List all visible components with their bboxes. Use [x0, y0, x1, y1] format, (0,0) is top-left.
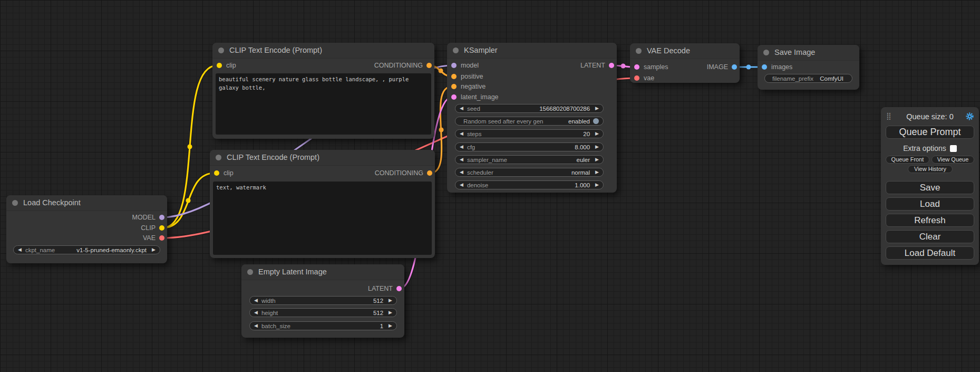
collapse-dot-icon[interactable] — [218, 47, 224, 53]
node-vae-decode[interactable]: VAE Decode samples IMAGE vae — [630, 43, 740, 83]
node-clip-text-encode-negative[interactable]: CLIP Text Encode (Prompt) clip CONDITION… — [210, 150, 435, 258]
node-title-bar[interactable]: Empty Latent Image — [241, 264, 404, 280]
conditioning-output-port[interactable] — [426, 63, 432, 68]
arrow-right-icon[interactable]: ▶ — [389, 321, 392, 330]
filename-prefix-widget[interactable]: filename_prefix ComfyUI — [764, 74, 852, 83]
view-queue-button[interactable]: View Queue — [932, 156, 974, 164]
positive-prompt-textarea[interactable]: beautiful scenery nature glass bottle la… — [216, 73, 431, 135]
arrow-left-icon[interactable]: ◀ — [460, 168, 463, 177]
denoise-widget[interactable]: ◀ denoise 1.000 ▶ — [455, 180, 604, 189]
node-title: VAE Decode — [647, 46, 690, 55]
clear-button[interactable]: Clear — [886, 230, 974, 243]
node-save-image[interactable]: Save Image images filename_prefix ComfyU… — [758, 45, 859, 90]
arrow-left-icon[interactable]: ◀ — [460, 180, 463, 189]
node-load-checkpoint[interactable]: Load Checkpoint MODEL CLIP VAE ◀ ckpt_na… — [6, 195, 167, 263]
node-clip-text-encode-positive[interactable]: CLIP Text Encode (Prompt) clip CONDITION… — [212, 43, 434, 139]
output-label-clip: CLIP — [141, 224, 156, 232]
toggle-dot-icon[interactable] — [593, 118, 599, 124]
node-ksampler[interactable]: KSampler model LATENT positive negative … — [447, 43, 617, 193]
arrow-right-icon[interactable]: ▶ — [595, 142, 599, 151]
collapse-dot-icon[interactable] — [636, 48, 642, 54]
batch-size-widget[interactable]: ◀ batch_size 1 ▶ — [249, 321, 397, 330]
vae-output-port[interactable] — [159, 235, 164, 241]
arrow-left-icon[interactable]: ◀ — [254, 308, 258, 317]
output-label-conditioning: CONDITIONING — [374, 62, 423, 69]
queue-front-button[interactable]: Queue Front — [886, 156, 929, 164]
arrow-left-icon[interactable]: ◀ — [18, 245, 22, 254]
node-graph-canvas[interactable]: Load Checkpoint MODEL CLIP VAE ◀ ckpt_na… — [0, 0, 980, 372]
negative-prompt-textarea[interactable]: text, watermark — [213, 182, 432, 255]
arrow-left-icon[interactable]: ◀ — [460, 142, 463, 151]
images-input-port[interactable] — [762, 64, 767, 70]
collapse-dot-icon[interactable] — [763, 50, 769, 55]
clip-output-port[interactable] — [159, 225, 164, 231]
queue-panel[interactable]: ⣿ Queue size: 0 Queue Prompt Extra optio… — [881, 107, 979, 265]
view-history-button[interactable]: View History — [908, 165, 953, 173]
load-button[interactable]: Load — [886, 197, 974, 211]
negative-input-port[interactable] — [451, 84, 457, 89]
output-label-conditioning: CONDITIONING — [375, 169, 423, 177]
node-title: Save Image — [774, 48, 815, 56]
refresh-button[interactable]: Refresh — [886, 214, 974, 227]
load-default-button[interactable]: Load Default — [886, 246, 974, 260]
settings-gear-icon[interactable] — [965, 112, 974, 121]
sampler-name-widget[interactable]: ◀ sampler_name euler ▶ — [455, 155, 604, 164]
scheduler-widget[interactable]: ◀ scheduler normal ▶ — [455, 168, 604, 177]
arrow-right-icon[interactable]: ▶ — [595, 155, 599, 164]
node-title-bar[interactable]: KSampler — [447, 43, 617, 59]
output-label-vae: VAE — [143, 234, 156, 242]
seed-widget[interactable]: ◀ seed 156680208700286 ▶ — [455, 104, 604, 113]
save-button[interactable]: Save — [886, 181, 974, 194]
latent-output-port[interactable] — [396, 286, 402, 291]
latent-image-input-port[interactable] — [451, 94, 457, 100]
arrow-left-icon[interactable]: ◀ — [460, 155, 463, 164]
arrow-right-icon[interactable]: ▶ — [595, 129, 599, 138]
node-title-bar[interactable]: Load Checkpoint — [6, 195, 167, 211]
collapse-dot-icon[interactable] — [453, 47, 459, 53]
node-title: KSampler — [464, 46, 498, 54]
width-widget[interactable]: ◀ width 512 ▶ — [249, 296, 397, 305]
node-title: CLIP Text Encode (Prompt) — [227, 153, 319, 161]
ckpt-name-widget[interactable]: ◀ ckpt_name v1-5-pruned-emaonly.ckpt ▶ — [13, 245, 160, 254]
cfg-widget[interactable]: ◀ cfg 8.000 ▶ — [455, 142, 604, 151]
output-label-model: MODEL — [132, 214, 156, 221]
node-title: Load Checkpoint — [23, 198, 81, 207]
positive-input-port[interactable] — [451, 74, 457, 79]
extra-options-row: Extra options — [881, 144, 979, 152]
arrow-left-icon[interactable]: ◀ — [254, 296, 258, 305]
node-title: Empty Latent Image — [258, 268, 327, 276]
steps-widget[interactable]: ◀ steps 20 ▶ — [455, 129, 604, 138]
arrow-right-icon[interactable]: ▶ — [595, 104, 599, 113]
node-empty-latent-image[interactable]: Empty Latent Image LATENT ◀ width 512 ▶ … — [241, 264, 404, 338]
height-widget[interactable]: ◀ height 512 ▶ — [249, 308, 397, 317]
latent-output-port[interactable] — [609, 63, 614, 68]
arrow-left-icon[interactable]: ◀ — [254, 321, 258, 330]
arrow-right-icon[interactable]: ▶ — [152, 245, 156, 254]
arrow-left-icon[interactable]: ◀ — [460, 129, 463, 138]
arrow-right-icon[interactable]: ▶ — [595, 180, 599, 189]
output-label-image: IMAGE — [707, 63, 728, 71]
collapse-dot-icon[interactable] — [216, 155, 221, 160]
node-title: CLIP Text Encode (Prompt) — [229, 46, 322, 54]
node-title-bar[interactable]: CLIP Text Encode (Prompt) — [212, 43, 434, 59]
vae-input-port[interactable] — [634, 75, 639, 81]
arrow-right-icon[interactable]: ▶ — [595, 168, 599, 177]
extra-options-label: Extra options — [903, 144, 946, 152]
extra-options-checkbox[interactable] — [950, 145, 957, 152]
queue-size-label: Queue size: 0 — [881, 112, 979, 121]
random-seed-toggle-widget[interactable]: Random seed after every gen enabled — [455, 117, 604, 126]
conditioning-output-port[interactable] — [427, 170, 432, 176]
arrow-right-icon[interactable]: ▶ — [389, 296, 392, 305]
collapse-dot-icon[interactable] — [12, 200, 18, 206]
queue-prompt-button[interactable]: Queue Prompt — [886, 126, 974, 139]
output-label-latent: LATENT — [368, 285, 393, 292]
collapse-dot-icon[interactable] — [247, 269, 253, 275]
output-label-latent: LATENT — [580, 62, 605, 69]
model-output-port[interactable] — [159, 215, 164, 220]
node-title-bar[interactable]: VAE Decode — [630, 43, 740, 59]
node-title-bar[interactable]: CLIP Text Encode (Prompt) — [210, 150, 435, 166]
arrow-right-icon[interactable]: ▶ — [389, 308, 392, 317]
arrow-left-icon[interactable]: ◀ — [460, 104, 463, 113]
image-output-port[interactable] — [732, 64, 737, 70]
node-title-bar[interactable]: Save Image — [758, 45, 859, 61]
